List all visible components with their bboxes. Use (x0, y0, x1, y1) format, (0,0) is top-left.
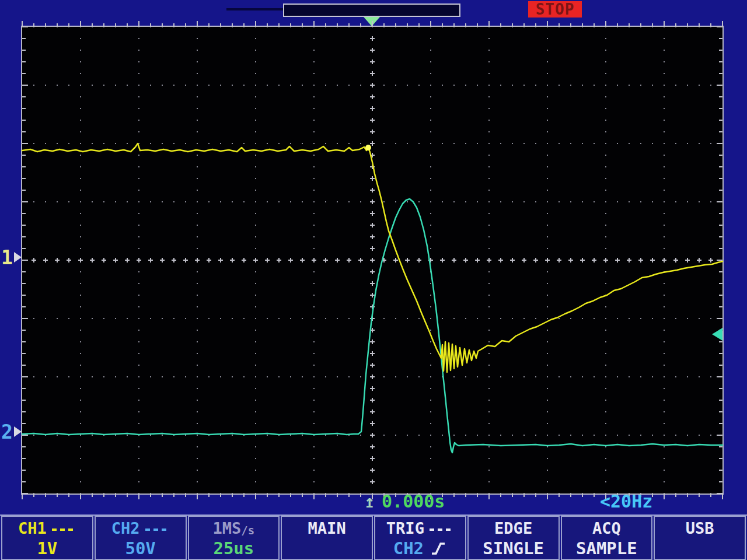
ch2-volts-per-div: 50V (125, 538, 155, 559)
dc-coupling-icon (430, 526, 454, 531)
dc-coupling-icon (145, 526, 170, 531)
right-arrow-icon (14, 426, 22, 437)
trigger-offset-icon: ↥ (364, 492, 375, 512)
waveform-display (22, 27, 722, 494)
run-stop-status-badge: STOP (528, 1, 582, 18)
dc-coupling-icon (52, 526, 76, 531)
sample-rate-value: 1MS (213, 519, 242, 538)
timebase-status-cell: 1MS /s 25us (188, 516, 280, 560)
trigger-point-dot (365, 145, 371, 150)
trigger-time-readout: ↥ 0.000s (364, 492, 445, 512)
interface-status-cell: USB (654, 516, 746, 560)
trigger-mode-cell: EDGE SINGLE (467, 516, 560, 560)
horizontal-mode-cell: MAIN (281, 516, 373, 560)
ch2-marker-label: 2 (1, 422, 13, 442)
trigger-type: EDGE (494, 519, 532, 538)
ch1-status-cell: CH1 1V (1, 516, 93, 560)
ch1-volts-per-div: 1V (37, 538, 57, 559)
trigger-sweep-mode: SINGLE (483, 538, 544, 559)
rising-edge-icon (430, 540, 447, 557)
frequency-readout: <20Hz (600, 492, 652, 512)
memory-position-line (226, 8, 283, 10)
time-per-div: 25us (213, 538, 254, 559)
ch2-ground-marker: 2 (1, 421, 22, 442)
ch1-marker-label: 1 (1, 248, 13, 267)
ch1-label: CH1 (18, 519, 47, 538)
interface-label: USB (686, 519, 714, 538)
trigger-time-value: 0.000s (382, 492, 445, 512)
sample-rate-unit: /s (241, 523, 254, 538)
horizontal-mode-label: MAIN (308, 519, 346, 538)
ch2-label: CH2 (111, 519, 140, 538)
acquire-label: ACQ (592, 519, 621, 538)
trigger-label: TRIG (386, 519, 424, 538)
graticule (21, 26, 724, 495)
trigger-status-cell: TRIG CH2 (374, 516, 466, 560)
trigger-source: CH2 (393, 538, 424, 559)
status-bar: CH1 1V CH2 50V 1MS /s 25us MAIN T (0, 514, 747, 560)
ch1-ground-marker: 1 (1, 247, 22, 268)
right-arrow-icon (14, 252, 22, 262)
acquire-mode: SAMPLE (576, 538, 637, 559)
ch2-status-cell: CH2 50V (95, 516, 187, 560)
acquire-status-cell: ACQ SAMPLE (561, 516, 653, 560)
oscilloscope-screen: STOP 1 2 ↥ 0.000s <20Hz CH1 1V CH2 (0, 0, 747, 560)
trigger-level-marker-icon (712, 328, 722, 341)
memory-window-indicator (283, 4, 460, 17)
